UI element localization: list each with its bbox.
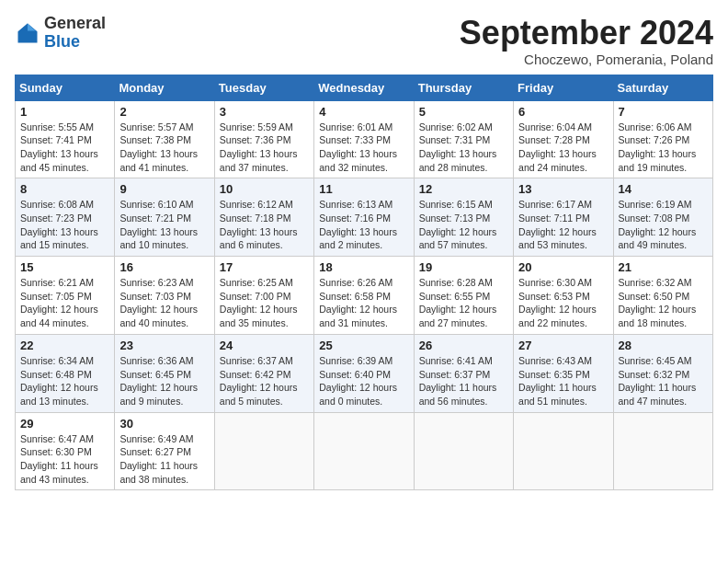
day-info: Sunrise: 6:04 AMSunset: 7:28 PMDaylight:… [518, 121, 608, 175]
day-info: Sunrise: 6:25 AMSunset: 7:00 PMDaylight:… [220, 276, 309, 330]
day-info: Sunrise: 6:19 AMSunset: 7:08 PMDaylight:… [619, 198, 708, 252]
day-number: 28 [619, 339, 708, 352]
day-info: Sunrise: 6:01 AMSunset: 7:33 PMDaylight:… [319, 121, 408, 175]
day-info: Sunrise: 6:02 AMSunset: 7:31 PMDaylight:… [419, 121, 508, 175]
day-info: Sunrise: 6:15 AMSunset: 7:13 PMDaylight:… [419, 198, 508, 252]
day-number: 9 [119, 182, 209, 196]
day-number: 20 [518, 260, 608, 274]
day-number: 15 [20, 260, 109, 274]
day-number: 27 [518, 339, 608, 352]
calendar-cell [414, 412, 513, 490]
calendar-cell: 20Sunrise: 6:30 AMSunset: 6:53 PMDayligh… [514, 257, 613, 335]
calendar-table: SundayMondayTuesdayWednesdayThursdayFrid… [15, 75, 713, 491]
day-info: Sunrise: 6:32 AMSunset: 6:50 PMDaylight:… [619, 276, 708, 330]
calendar-cell [514, 412, 613, 490]
calendar-cell: 16Sunrise: 6:23 AMSunset: 7:03 PMDayligh… [115, 257, 214, 335]
dow-header: Wednesday [314, 75, 414, 100]
calendar-cell [214, 412, 313, 490]
location-title: Choczewo, Pomerania, Poland [460, 52, 713, 67]
calendar-cell: 4Sunrise: 6:01 AMSunset: 7:33 PMDaylight… [314, 100, 414, 178]
calendar-cell: 26Sunrise: 6:41 AMSunset: 6:37 PMDayligh… [414, 334, 513, 412]
month-title: September 2024 [460, 15, 713, 52]
calendar-cell: 10Sunrise: 6:12 AMSunset: 7:18 PMDayligh… [214, 178, 313, 257]
day-info: Sunrise: 6:23 AMSunset: 7:03 PMDaylight:… [119, 276, 209, 330]
logo: General Blue [15, 15, 106, 52]
day-info: Sunrise: 5:55 AMSunset: 7:41 PMDaylight:… [20, 121, 109, 175]
day-info: Sunrise: 6:39 AMSunset: 6:40 PMDaylight:… [319, 354, 408, 408]
day-info: Sunrise: 6:12 AMSunset: 7:18 PMDaylight:… [220, 198, 309, 252]
calendar-cell: 15Sunrise: 6:21 AMSunset: 7:05 PMDayligh… [16, 257, 115, 335]
day-info: Sunrise: 6:43 AMSunset: 6:35 PMDaylight:… [518, 354, 608, 408]
calendar-cell: 7Sunrise: 6:06 AMSunset: 7:26 PMDaylight… [613, 100, 712, 178]
day-info: Sunrise: 6:10 AMSunset: 7:21 PMDaylight:… [119, 198, 209, 252]
calendar-cell: 11Sunrise: 6:13 AMSunset: 7:16 PMDayligh… [314, 178, 414, 257]
calendar-cell: 29Sunrise: 6:47 AMSunset: 6:30 PMDayligh… [16, 412, 115, 490]
day-number: 13 [518, 182, 608, 196]
day-number: 24 [220, 339, 309, 352]
calendar-cell [613, 412, 712, 490]
day-number: 4 [319, 105, 408, 119]
day-info: Sunrise: 6:49 AMSunset: 6:27 PMDaylight:… [119, 432, 209, 487]
day-number: 23 [119, 339, 209, 352]
day-number: 26 [419, 339, 508, 352]
day-info: Sunrise: 6:06 AMSunset: 7:26 PMDaylight:… [619, 121, 708, 175]
day-info: Sunrise: 6:34 AMSunset: 6:48 PMDaylight:… [20, 354, 109, 408]
logo-icon [15, 20, 40, 46]
calendar-cell: 24Sunrise: 6:37 AMSunset: 6:42 PMDayligh… [214, 334, 313, 412]
day-info: Sunrise: 6:36 AMSunset: 6:45 PMDaylight:… [119, 354, 209, 408]
dow-header: Tuesday [214, 75, 313, 100]
day-info: Sunrise: 6:37 AMSunset: 6:42 PMDaylight:… [220, 354, 309, 408]
dow-header: Monday [115, 75, 214, 100]
calendar-cell: 19Sunrise: 6:28 AMSunset: 6:55 PMDayligh… [414, 257, 513, 335]
day-number: 3 [220, 105, 309, 119]
day-number: 30 [119, 417, 209, 431]
day-number: 14 [619, 182, 708, 196]
calendar-cell: 18Sunrise: 6:26 AMSunset: 6:58 PMDayligh… [314, 257, 414, 335]
day-info: Sunrise: 6:47 AMSunset: 6:30 PMDaylight:… [20, 432, 109, 487]
calendar-cell: 30Sunrise: 6:49 AMSunset: 6:27 PMDayligh… [115, 412, 214, 490]
day-number: 5 [419, 105, 508, 119]
day-number: 19 [419, 260, 508, 274]
dow-header: Friday [514, 75, 613, 100]
day-info: Sunrise: 5:57 AMSunset: 7:38 PMDaylight:… [119, 121, 209, 175]
day-info: Sunrise: 6:08 AMSunset: 7:23 PMDaylight:… [20, 198, 109, 252]
day-info: Sunrise: 6:45 AMSunset: 6:32 PMDaylight:… [619, 354, 708, 408]
title-area: September 2024 Choczewo, Pomerania, Pola… [460, 15, 713, 67]
day-number: 6 [518, 105, 608, 119]
day-info: Sunrise: 6:41 AMSunset: 6:37 PMDaylight:… [419, 354, 508, 408]
day-number: 8 [20, 182, 109, 196]
day-number: 12 [419, 182, 508, 196]
day-number: 29 [20, 417, 109, 431]
calendar-cell: 5Sunrise: 6:02 AMSunset: 7:31 PMDaylight… [414, 100, 513, 178]
day-number: 16 [119, 260, 209, 274]
dow-header: Thursday [414, 75, 513, 100]
calendar-cell: 14Sunrise: 6:19 AMSunset: 7:08 PMDayligh… [613, 178, 712, 257]
day-info: Sunrise: 6:26 AMSunset: 6:58 PMDaylight:… [319, 276, 408, 330]
day-number: 1 [20, 105, 109, 119]
calendar-cell: 2Sunrise: 5:57 AMSunset: 7:38 PMDaylight… [115, 100, 214, 178]
day-info: Sunrise: 6:30 AMSunset: 6:53 PMDaylight:… [518, 276, 608, 330]
logo-text: General Blue [44, 15, 106, 52]
day-info: Sunrise: 6:28 AMSunset: 6:55 PMDaylight:… [419, 276, 508, 330]
calendar-cell: 3Sunrise: 5:59 AMSunset: 7:36 PMDaylight… [214, 100, 313, 178]
day-number: 21 [619, 260, 708, 274]
day-info: Sunrise: 6:17 AMSunset: 7:11 PMDaylight:… [518, 198, 608, 252]
calendar-cell: 8Sunrise: 6:08 AMSunset: 7:23 PMDaylight… [16, 178, 115, 257]
day-info: Sunrise: 5:59 AMSunset: 7:36 PMDaylight:… [220, 121, 309, 175]
day-number: 7 [619, 105, 708, 119]
calendar-cell: 28Sunrise: 6:45 AMSunset: 6:32 PMDayligh… [613, 334, 712, 412]
calendar-cell: 13Sunrise: 6:17 AMSunset: 7:11 PMDayligh… [514, 178, 613, 257]
calendar-cell: 23Sunrise: 6:36 AMSunset: 6:45 PMDayligh… [115, 334, 214, 412]
day-number: 17 [220, 260, 309, 274]
day-number: 22 [20, 339, 109, 352]
day-number: 2 [119, 105, 209, 119]
calendar-cell: 6Sunrise: 6:04 AMSunset: 7:28 PMDaylight… [514, 100, 613, 178]
day-info: Sunrise: 6:21 AMSunset: 7:05 PMDaylight:… [20, 276, 109, 330]
day-info: Sunrise: 6:13 AMSunset: 7:16 PMDaylight:… [319, 198, 408, 252]
calendar-cell: 17Sunrise: 6:25 AMSunset: 7:00 PMDayligh… [214, 257, 313, 335]
calendar-cell: 22Sunrise: 6:34 AMSunset: 6:48 PMDayligh… [16, 334, 115, 412]
dow-header: Saturday [613, 75, 712, 100]
calendar-cell: 25Sunrise: 6:39 AMSunset: 6:40 PMDayligh… [314, 334, 414, 412]
day-number: 10 [220, 182, 309, 196]
dow-header: Sunday [16, 75, 115, 100]
